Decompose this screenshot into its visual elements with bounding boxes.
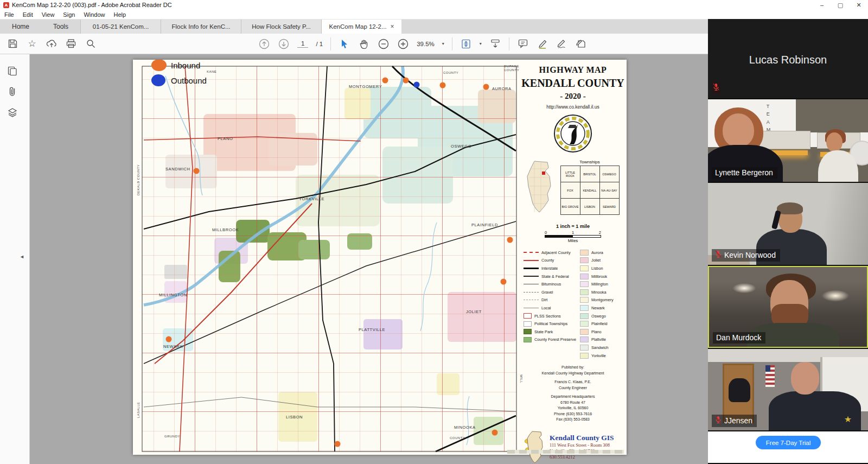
gis-illinois-logo: [525, 430, 546, 464]
sheriff-badge-star-icon: ★: [844, 414, 852, 424]
menu-help[interactable]: Help: [110, 11, 131, 18]
zoom-level-value[interactable]: 39.5%: [417, 41, 435, 47]
svg-text:KANE: KANE: [207, 70, 216, 73]
zoom-out-icon[interactable]: [378, 38, 390, 50]
map-city-label: LISBON: [286, 415, 303, 419]
maximize-button[interactable]: ▢: [831, 0, 850, 10]
doc-tab-2-label: Flock Info for KenC...: [172, 23, 231, 30]
doc-tab-1[interactable]: 01-05-21 KenCom...: [80, 20, 161, 34]
gis-phone: 630.553.4212: [550, 454, 614, 460]
fit-page-icon[interactable]: [460, 38, 472, 50]
legend-item: Interstate: [524, 264, 580, 272]
print-icon[interactable]: [65, 38, 77, 50]
menu-view[interactable]: View: [37, 11, 59, 18]
coat: [729, 378, 750, 402]
zoom-caret-icon[interactable]: ▾: [442, 41, 444, 46]
map-legend: Adjacent County County Interstate State …: [519, 249, 627, 359]
map-city-label: MILLINGTON: [159, 293, 187, 297]
legend-item: State Park: [524, 328, 580, 336]
doc-tab-3[interactable]: How Flock Safety P...: [241, 20, 321, 34]
layers-icon[interactable]: [5, 105, 20, 119]
meeting-footer: Free 7-Day Trial: [708, 431, 868, 463]
doc-tab-3-label: How Flock Safety P...: [252, 23, 310, 30]
highlight-icon[interactable]: [537, 38, 548, 50]
map-city-label: OSWEGO: [451, 144, 471, 149]
participant-name-bar: Lynette Bergeron: [712, 167, 777, 179]
panel-collapse-icon[interactable]: ◄: [20, 254, 24, 259]
highway-map-drawing: MONTGOMERY AURORA OSWEGO PLANO SANDWICH …: [133, 60, 524, 455]
svg-text:LASALLE: LASALLE: [137, 402, 140, 418]
map-city-label: PLANO: [218, 136, 233, 141]
fit-caret-icon[interactable]: ▾: [480, 41, 482, 46]
gis-address1: 111 West Fox Street - Room 308: [550, 442, 614, 448]
legend-item: Dirt: [524, 296, 580, 304]
participant-name: Lynette Bergeron: [715, 168, 773, 177]
search-icon[interactable]: [85, 38, 97, 50]
left-panel-sidebar: [0, 54, 30, 464]
participant-tile-lucas-robinson[interactable]: Lucas Robinson: [708, 19, 868, 98]
save-icon[interactable]: [7, 38, 18, 50]
attachments-paperclip-icon[interactable]: [5, 84, 20, 98]
tab-tools[interactable]: Tools: [41, 20, 80, 34]
legend-item: Plano: [580, 328, 626, 336]
tab-home[interactable]: Home: [0, 20, 41, 34]
participant-name: JJensen: [724, 416, 752, 425]
close-button[interactable]: ✕: [850, 0, 868, 10]
fill-sign-icon[interactable]: [576, 38, 588, 50]
sign-pen-icon[interactable]: [556, 38, 568, 50]
legend-item: Aurora: [580, 249, 626, 257]
select-tool-icon[interactable]: [339, 38, 350, 50]
participant-name-bar: Kevin Norwood: [712, 249, 780, 262]
map-city-label: NEWARK: [163, 344, 183, 349]
legend-item: Oswego: [580, 312, 626, 320]
map-title-url: http://www.co.kendall.il.us: [519, 104, 627, 110]
legend-item: Sandwich: [580, 344, 626, 352]
favorites-star-icon[interactable]: ☆: [26, 38, 38, 50]
menu-sign[interactable]: Sign: [59, 11, 79, 18]
muted-mic-icon: [715, 416, 722, 425]
doc-tab-1-label: 01-05-21 KenCom...: [93, 23, 149, 30]
tab-close-icon[interactable]: ×: [391, 23, 394, 30]
map-fine-print: [507, 450, 624, 454]
map-city-label: YORKVILLE: [299, 196, 324, 201]
illinois-inset-map: [522, 160, 556, 220]
map-title-column: HIGHWAY MAP KENDALL COUNTY - 2020 - http…: [519, 60, 627, 455]
legend-item: Millington: [580, 280, 626, 288]
participant-name: Kevin Norwood: [724, 251, 776, 259]
map-city-label: MONTGOMERY: [349, 84, 382, 89]
svg-text:COUNTY: COUNTY: [443, 71, 458, 74]
participant-tile-dan-murdock[interactable]: Dan Murdock: [708, 266, 868, 348]
video-meeting-panel: Lucas Robinson T E A M Lynette Bergeron: [708, 19, 868, 464]
previous-page-icon[interactable]: [258, 38, 270, 50]
publisher-block: Published by: Kendall County Highway Dep…: [519, 365, 627, 423]
minimize-button[interactable]: –: [813, 0, 831, 10]
legend-item: Lisbon: [580, 264, 626, 272]
participant-tile-kevin-norwood[interactable]: Kevin Norwood: [708, 183, 868, 265]
inbound-label: Inbound: [171, 61, 200, 70]
participant-tile-jjensen[interactable]: ★ JJensen: [708, 349, 868, 430]
zoom-in-icon[interactable]: [397, 38, 409, 50]
page-number-input[interactable]: 1: [297, 40, 308, 48]
participant-tile-lynette-bergeron[interactable]: T E A M Lynette Bergeron: [708, 99, 868, 182]
outbound-marker: [414, 82, 420, 88]
hand-tool-icon[interactable]: [358, 38, 370, 50]
gis-block: Kendall County GIS 111 West Fox Street -…: [519, 430, 627, 464]
next-page-icon[interactable]: [278, 38, 290, 50]
map-city-label: MINOOKA: [454, 425, 476, 430]
legend-item: Gravel: [524, 288, 580, 296]
menu-edit[interactable]: Edit: [18, 11, 37, 18]
svg-text:DEKALB COUNTY: DEKALB COUNTY: [137, 164, 140, 195]
free-trial-button[interactable]: Free 7-Day Trial: [756, 436, 821, 449]
map-city-label: JOLIET: [466, 309, 482, 314]
comment-icon[interactable]: [517, 38, 529, 50]
menu-file[interactable]: File: [0, 11, 18, 18]
share-cloud-icon[interactable]: [46, 38, 58, 50]
doc-tab-4-active[interactable]: KenCom Map 12-2... ×: [321, 20, 401, 34]
doc-tab-2[interactable]: Flock Info for KenC...: [161, 20, 241, 34]
map-city-label: PLATTVILLE: [359, 327, 385, 332]
scrolling-mode-icon[interactable]: [489, 38, 501, 50]
export-pdf-icon[interactable]: [5, 64, 20, 78]
menu-window[interactable]: Window: [79, 11, 109, 18]
muted-mic-icon: [712, 82, 720, 94]
menu-bar: File Edit View Sign Window Help: [0, 10, 868, 20]
